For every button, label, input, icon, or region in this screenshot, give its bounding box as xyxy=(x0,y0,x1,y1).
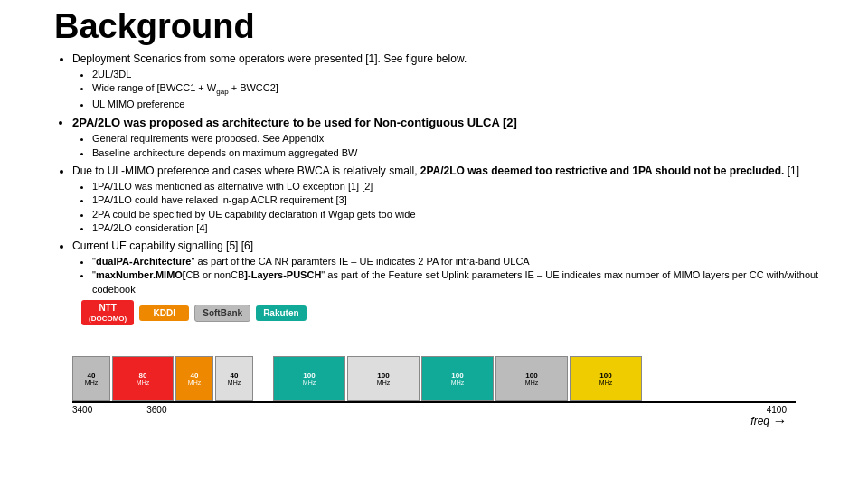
sub-1-3: UL MIMO preference xyxy=(92,98,850,111)
freq-seg-5: 100MHz xyxy=(273,356,345,401)
bullet-4-text: Current UE capability signalling [5] [6] xyxy=(72,239,253,252)
op-softbank: SoftBank xyxy=(194,305,250,322)
main-bullet-list: Deployment Scenarios from some operators… xyxy=(54,52,850,296)
freq-seg-8: 100MHz xyxy=(495,356,568,401)
freq-bar-row: 40MHz 80MHz 40MHz 40MHz 100MHz 100MHz 10… xyxy=(72,343,796,401)
sub-4-1: "dualPA-Architecture" as part of the CA … xyxy=(92,255,850,268)
bullet-4: Current UE capability signalling [5] [6]… xyxy=(72,239,850,296)
page-title: Background xyxy=(54,7,850,46)
sub-list-2: General requirements were proposed. See … xyxy=(72,132,850,160)
operator-row: NTT(DOCOMO) KDDI SoftBank Rakuten xyxy=(54,300,850,325)
sub-list-3: 1PA/1LO was mentioned as alternative wit… xyxy=(72,180,850,236)
op-ntt: NTT(DOCOMO) xyxy=(81,300,134,325)
bullet-2: 2PA/2LO was proposed as architecture to … xyxy=(72,115,850,160)
bullet-3: Due to UL-MIMO preference and cases wher… xyxy=(72,164,850,235)
freq-label-3600: 3600 xyxy=(146,405,166,415)
sub-3-2: 1PA/1LO could have relaxed in-gap ACLR r… xyxy=(92,193,850,207)
bullet-1-text: Deployment Scenarios from some operators… xyxy=(72,52,467,65)
sub-list-4: "dualPA-Architecture" as part of the CA … xyxy=(72,255,850,296)
freq-axis xyxy=(72,401,796,403)
freq-seg-2: 80MHz xyxy=(112,356,174,401)
freq-seg-4: 40MHz xyxy=(215,356,253,401)
sub-3-1: 1PA/1LO was mentioned as alternative wit… xyxy=(92,180,850,193)
bullet-2-text: 2PA/2LO was proposed as architecture to … xyxy=(72,116,517,129)
sub-3-4: 1PA/2LO consideration [4] xyxy=(92,221,850,235)
sub-1-2: Wide range of [BWCC1 + Wgap + BWCC2] xyxy=(92,81,850,97)
freq-text: freq xyxy=(750,415,769,427)
freq-seg-6: 100MHz xyxy=(347,356,420,401)
freq-bar-area: 40MHz 80MHz 40MHz 40MHz 100MHz 100MHz 10… xyxy=(72,331,796,403)
sub-2-2: Baseline architecture depends on maximum… xyxy=(92,146,850,160)
freq-seg-3: 40MHz xyxy=(175,356,213,401)
freq-seg-1: 40MHz xyxy=(72,356,110,401)
op-kddi: KDDI xyxy=(139,305,189,321)
freq-arrow: → xyxy=(772,413,787,429)
op-rakuten: Rakuten xyxy=(256,305,306,321)
bullet-3-text: Due to UL-MIMO preference and cases wher… xyxy=(72,164,799,177)
bullet-1: Deployment Scenarios from some operators… xyxy=(72,52,850,111)
sub-list-1: 2UL/3DL Wide range of [BWCC1 + Wgap + BW… xyxy=(72,68,850,111)
freq-label-3400: 3400 xyxy=(72,405,92,415)
freq-seg-9: 100MHz xyxy=(570,356,642,401)
sub-2-1: General requirements were proposed. See … xyxy=(92,132,850,145)
sub-4-2: "maxNumber.MIMO[CB or nonCB]-Layers-PUSC… xyxy=(92,268,850,296)
freq-seg-7: 100MHz xyxy=(421,356,494,401)
sub-1-1: 2UL/3DL xyxy=(92,68,850,81)
freq-axis-label: freq → xyxy=(63,413,787,429)
frequency-chart: 40MHz 80MHz 40MHz 40MHz 100MHz 100MHz 10… xyxy=(63,331,805,429)
sub-3-3: 2PA could be specified by UE capability … xyxy=(92,208,850,221)
